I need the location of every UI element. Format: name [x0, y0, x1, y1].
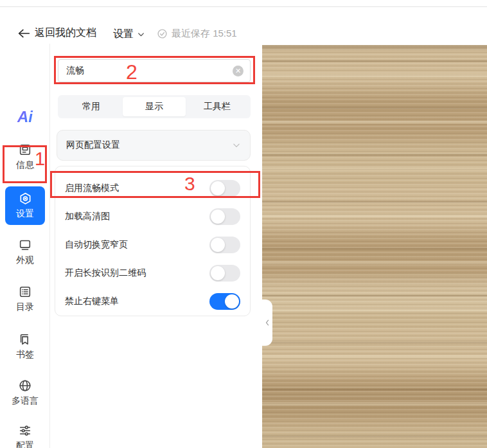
toggle-knob	[211, 266, 225, 280]
toggle-row-smooth-mode: 启用流畅模式	[65, 174, 240, 202]
toggle-row-hd-image: 加载高清图	[65, 202, 240, 231]
sidebar-item-info[interactable]: 信息	[0, 143, 50, 171]
toggle-settings-card: 启用流畅模式 加载高清图 自动切换宽窄页 开启长按识别二维码 禁止右键菜单	[55, 166, 251, 316]
chevron-left-icon	[264, 319, 270, 327]
monitor-icon	[18, 238, 32, 252]
tab-toolbar[interactable]: 工具栏	[186, 97, 249, 116]
sidebar-item-label: 多语言	[12, 395, 39, 407]
save-status-text: 最近保存 15:51	[172, 28, 237, 40]
sidebar-item-label: 目录	[16, 301, 34, 313]
sidebar-item-label: 外观	[16, 255, 34, 266]
sidebar-item-settings[interactable]: 设置	[5, 186, 45, 225]
collapse-panel-handle[interactable]	[262, 300, 272, 346]
sidebar-item-label: 书签	[16, 349, 34, 361]
clear-search-icon[interactable]: ✕	[233, 66, 244, 76]
sidebar-item-bookmark[interactable]: 书签	[0, 332, 50, 361]
info-card-icon	[18, 143, 32, 157]
web-config-dropdown[interactable]: 网页配置设置	[57, 130, 251, 161]
sidebar-item-label: 信息	[16, 159, 34, 171]
tab-display[interactable]: 显示	[123, 97, 186, 116]
search-input[interactable]	[66, 66, 233, 76]
app-window: 返回我的文档 设置 最近保存 15:51 Ai	[0, 0, 487, 448]
sidebar-item-label: 配置	[16, 440, 34, 448]
settings-menu-label: 设置	[113, 28, 134, 41]
toggle-label: 自动切换宽窄页	[65, 239, 128, 251]
sidebar-item-config[interactable]: 配置	[0, 424, 50, 448]
check-circle-icon	[157, 28, 168, 39]
sliders-icon	[18, 424, 32, 438]
toggle-label: 禁止右键菜单	[65, 296, 119, 307]
sidebar: Ai 信息 设置 外观	[0, 44, 50, 448]
chevron-down-icon	[232, 141, 241, 150]
toggle-row-page-width: 自动切换宽窄页	[65, 231, 240, 259]
sidebar-item-language[interactable]: 多语言	[0, 379, 50, 407]
qrcode-toggle[interactable]	[209, 265, 240, 282]
toggle-label: 加载高清图	[65, 211, 110, 222]
toggle-label: 开启长按识别二维码	[65, 267, 146, 279]
list-icon	[18, 285, 32, 299]
context-menu-toggle[interactable]	[209, 293, 240, 310]
save-status: 最近保存 15:51	[157, 28, 237, 40]
dropdown-label: 网页配置设置	[66, 139, 232, 151]
sidebar-item-toc[interactable]: 目录	[0, 285, 50, 313]
sidebar-item-label: 设置	[16, 208, 34, 220]
document-canvas	[262, 45, 487, 448]
page-width-toggle[interactable]	[209, 237, 240, 253]
toggle-knob	[211, 210, 225, 224]
back-label: 返回我的文档	[35, 26, 96, 40]
tab-common[interactable]: 常用	[60, 97, 123, 116]
app-logo: Ai	[0, 108, 50, 126]
toggle-knob	[211, 238, 225, 252]
toggle-row-qrcode: 开启长按识别二维码	[65, 259, 240, 287]
back-button[interactable]: 返回我的文档	[18, 26, 96, 40]
topbar: 返回我的文档 设置 最近保存 15:51	[0, 7, 487, 45]
chevron-down-icon	[137, 30, 145, 39]
toggle-knob	[225, 294, 239, 309]
settings-tabs: 常用 显示 工具栏	[58, 95, 251, 118]
toggle-knob	[211, 181, 225, 195]
settings-menu-button[interactable]: 设置	[113, 28, 145, 41]
smooth-mode-toggle[interactable]	[209, 180, 240, 197]
globe-icon	[18, 379, 32, 393]
sidebar-item-appearance[interactable]: 外观	[0, 238, 50, 266]
hd-image-toggle[interactable]	[209, 208, 240, 225]
toggle-label: 启用流畅模式	[65, 183, 119, 194]
bookmark-icon	[18, 332, 32, 346]
back-arrow-icon	[18, 28, 30, 39]
search-box: ✕	[58, 59, 251, 82]
toggle-row-context-menu: 禁止右键菜单	[65, 287, 240, 316]
gear-icon	[18, 192, 33, 206]
